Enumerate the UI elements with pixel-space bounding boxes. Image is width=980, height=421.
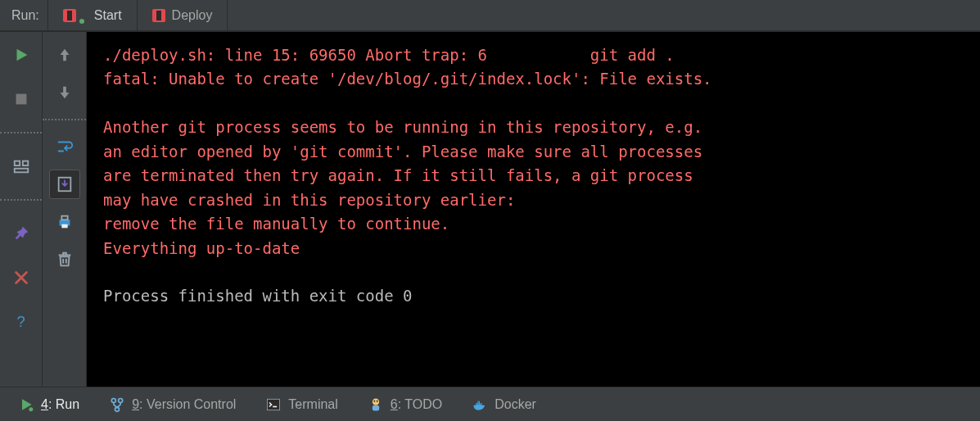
print-button[interactable] — [49, 207, 80, 237]
trash-icon — [56, 251, 74, 269]
svg-rect-13 — [268, 399, 280, 410]
console-line: ./deploy.sh: line 15: 69650 Abort trap: … — [103, 43, 973, 67]
restore-layout-button[interactable] — [6, 152, 37, 181]
separator — [0, 199, 42, 201]
console-line: may have crashed in this repository earl… — [103, 188, 973, 212]
footer-label: Docker — [495, 397, 536, 412]
console-output[interactable]: ./deploy.sh: line 15: 69650 Abort trap: … — [87, 32, 980, 387]
arrow-down-icon — [56, 84, 74, 102]
svg-point-14 — [373, 398, 379, 405]
scroll-down-button[interactable] — [49, 78, 80, 107]
play-icon — [12, 46, 30, 64]
scroll-to-end-icon — [56, 175, 74, 193]
stop-button[interactable] — [6, 84, 37, 114]
run-config-icon — [152, 9, 165, 22]
rerun-button[interactable] — [6, 40, 37, 70]
run-label: Run: — [0, 8, 47, 23]
svg-rect-21 — [480, 403, 481, 405]
running-dot-icon — [79, 19, 84, 24]
pin-icon — [12, 224, 30, 242]
layout-icon — [12, 157, 30, 175]
run-toolbar-header: Run: Start Deploy — [0, 0, 980, 31]
footer-terminal[interactable]: Terminal — [251, 387, 352, 421]
docker-icon — [472, 396, 488, 413]
run-config-icon — [63, 9, 76, 22]
svg-point-17 — [376, 400, 377, 401]
scroll-to-end-button[interactable] — [49, 170, 80, 199]
tab-deploy[interactable]: Deploy — [137, 0, 228, 30]
console-line: Process finished with exit code 0 — [103, 284, 973, 308]
run-panel-body: ? ./deploy.sh: li — [0, 31, 980, 387]
close-icon — [12, 269, 30, 287]
svg-rect-18 — [476, 403, 477, 405]
svg-rect-19 — [478, 403, 480, 405]
scroll-up-button[interactable] — [49, 40, 80, 70]
footer-run[interactable]: 4: Run — [3, 387, 94, 421]
todo-icon — [368, 396, 384, 413]
svg-rect-3 — [14, 169, 28, 173]
run-actions-gutter: ? — [0, 32, 43, 387]
svg-rect-7 — [61, 216, 67, 220]
stop-icon — [12, 90, 30, 108]
footer-todo[interactable]: 6: TODO — [353, 387, 457, 421]
svg-rect-20 — [478, 401, 480, 402]
console-line: Another git process seems to be running … — [103, 115, 973, 139]
svg-point-9 — [29, 407, 33, 411]
svg-rect-0 — [16, 94, 26, 105]
soft-wrap-button[interactable] — [49, 132, 80, 161]
console-line — [103, 92, 973, 115]
pin-tab-button[interactable] — [6, 219, 37, 248]
svg-rect-8 — [61, 224, 67, 229]
tab-label: Start — [94, 8, 122, 23]
svg-rect-2 — [22, 161, 27, 166]
arrow-up-icon — [56, 46, 74, 64]
svg-rect-1 — [14, 161, 19, 166]
svg-rect-15 — [373, 405, 379, 410]
console-line: an editor opened by 'git commit'. Please… — [103, 140, 973, 164]
svg-point-16 — [373, 400, 375, 401]
console-actions-gutter — [43, 32, 87, 387]
footer-label: 4: Run — [41, 397, 79, 412]
play-icon — [18, 396, 34, 413]
soft-wrap-icon — [56, 138, 74, 156]
footer-version-control[interactable]: 9: Version Control — [94, 387, 251, 421]
tab-start[interactable]: Start — [47, 0, 137, 30]
console-line: are terminated then try again. If it sti… — [103, 164, 973, 188]
footer-label: 9: Version Control — [132, 397, 236, 412]
separator — [0, 132, 42, 134]
console-line: fatal: Unable to create '/dev/blog/.git/… — [103, 67, 973, 91]
svg-point-11 — [119, 398, 123, 402]
help-icon: ? — [12, 313, 30, 331]
clear-all-button[interactable] — [49, 245, 80, 274]
close-panel-button[interactable] — [6, 263, 37, 292]
footer-docker[interactable]: Docker — [457, 387, 551, 421]
svg-text:?: ? — [16, 313, 25, 330]
svg-point-10 — [111, 398, 115, 402]
terminal-icon — [265, 396, 282, 413]
print-icon — [56, 213, 74, 231]
console-line: remove the file manually to continue. — [103, 212, 973, 236]
branch-icon — [109, 396, 125, 413]
console-line: Everything up-to-date — [103, 237, 973, 260]
run-config-tabs: Start Deploy — [47, 0, 228, 30]
footer-label: Terminal — [288, 397, 337, 412]
footer-label: 6: TODO — [391, 397, 442, 412]
tab-label: Deploy — [172, 8, 213, 23]
separator — [43, 119, 86, 120]
help-button[interactable]: ? — [6, 307, 37, 337]
console-line — [103, 260, 973, 284]
bottom-toolwindow-bar: 4: Run 9: Version Control Terminal 6: TO… — [0, 387, 980, 421]
